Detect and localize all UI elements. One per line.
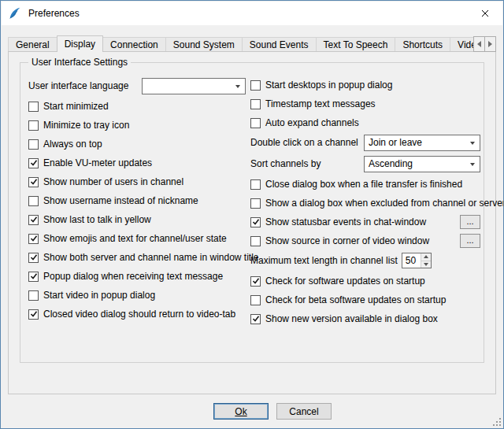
checkbox[interactable] [250,314,261,324]
max-text-spinner[interactable]: 50 [402,253,432,268]
checkbox-show-user-count[interactable]: Show number of users in channel [28,174,246,190]
tab-sound-system[interactable]: Sound System [165,37,243,52]
checkbox-check-beta-updates[interactable]: Check for beta software updates on start… [250,292,480,308]
checkbox-close-on-transfer[interactable]: Close dialog box when a file transfer is… [250,176,480,192]
checkbox-label: Close dialog box when a file transfer is… [265,179,462,190]
checkbox-server-channel-title[interactable]: Show both server and channel name in win… [28,250,246,265]
checkbox-show-username[interactable]: Show username instead of nickname [28,193,246,209]
double-click-select[interactable]: Join or leave [364,135,480,151]
user-interface-settings-group: User Interface Settings User interface l… [20,62,484,363]
checkbox-label: Show emojis and text for channel/user st… [43,233,227,244]
double-click-label: Double click on a channel [250,137,358,148]
checkbox-popup-text-message[interactable]: Popup dialog when receiving text message [28,268,246,284]
spin-up-button[interactable] [421,253,431,261]
checkbox-label: Start video in popup dialog [43,290,155,301]
checkbox-desktops-popup[interactable]: Start desktops in popup dialog [250,77,480,93]
group-title: User Interface Settings [28,57,131,68]
checkbox-always-on-top[interactable]: Always on top [28,136,246,152]
checkbox[interactable] [250,236,261,246]
checkbox[interactable] [250,80,261,91]
close-button[interactable] [467,2,502,25]
checkbox-label: Show username instead of nickname [43,195,198,206]
double-click-row: Double click on a channel Join or leave [250,134,480,151]
check-icon [252,277,260,285]
cancel-button[interactable]: Cancel [276,403,332,420]
checkbox-show-emojis[interactable]: Show emojis and text for channel/user st… [28,231,246,246]
tab-text-to-speech[interactable]: Text To Speech [316,37,396,52]
chevron-down-icon [470,142,475,145]
checkbox[interactable] [28,120,39,131]
checkbox[interactable] [250,295,261,305]
language-label: User interface language [28,80,128,91]
checkbox[interactable] [28,158,39,168]
resize-grip[interactable] [491,416,502,427]
tab-scroll-right-button[interactable] [484,36,496,52]
checkbox[interactable] [250,276,261,287]
video-source-more-button[interactable]: ... [460,234,480,248]
checkbox[interactable] [250,99,261,109]
checkbox-label: Show statusbar events in chat-window [265,216,426,227]
checkbox-label: Start desktops in popup dialog [265,80,392,91]
close-icon [481,9,489,17]
tab-display[interactable]: Display [57,35,103,52]
app-feather-icon [8,6,22,20]
checkbox-label: Always on top [43,139,102,150]
checkbox-excluded-dialog[interactable]: Show a dialog box when excluded from cha… [250,195,480,211]
spinner-buttons [421,253,431,268]
checkbox[interactable] [250,179,261,190]
ok-button[interactable]: Ok [213,403,269,420]
checkbox-label: Auto expand channels [265,117,359,128]
arrow-down-icon [424,263,428,266]
check-icon [30,235,38,242]
checkbox-auto-expand-channels[interactable]: Auto expand channels [250,115,480,131]
checkbox-statusbar-events[interactable]: Show statusbar events in chat-window ... [250,214,480,230]
chevron-down-icon [470,163,475,166]
checkbox[interactable] [28,196,39,206]
checkbox-label: Show a dialog box when excluded from cha… [265,198,504,209]
checkbox-check-updates[interactable]: Check for software updates on startup [250,273,480,289]
checkbox-last-to-talk[interactable]: Show last to talk in yellow [28,212,246,227]
language-select[interactable] [142,78,246,94]
checkbox[interactable] [28,139,39,150]
checkbox[interactable] [28,102,39,112]
checkbox-label: Check for software updates on startup [265,276,425,287]
checkbox-label: Show source in corner of video window [265,235,429,246]
checkbox-label: Check for beta software updates on start… [265,294,446,305]
tab-sound-events[interactable]: Sound Events [242,37,317,52]
checkbox[interactable] [250,198,261,209]
checkbox-closed-video-return[interactable]: Closed video dialog should return to vid… [28,306,246,322]
checkbox-video-popup[interactable]: Start video in popup dialog [28,287,246,303]
checkbox[interactable] [28,177,39,187]
check-icon [30,216,38,224]
checkbox-new-version-dialog[interactable]: Show new version available in dialog box [250,311,480,327]
tab-connection[interactable]: Connection [102,37,166,52]
checkbox-label: Show new version available in dialog box [265,313,438,324]
sort-channels-select[interactable]: Ascending [364,156,480,172]
statusbar-events-more-button[interactable]: ... [460,215,480,229]
checkbox-minimize-to-tray[interactable]: Minimize to tray icon [28,117,246,133]
checkbox-vu-meter-updates[interactable]: Enable VU-meter updates [28,155,246,171]
checkbox[interactable] [28,309,39,320]
checkbox[interactable] [250,217,261,227]
check-icon [252,218,260,226]
max-text-length-label: Maximum text length in channel list [250,255,398,266]
tab-general[interactable]: General [8,37,57,52]
checkbox-label: Closed video dialog should return to vid… [43,309,235,320]
spin-down-button[interactable] [421,261,431,268]
tab-scroll-left-button[interactable] [473,36,485,52]
ok-button-label: Ok [235,406,246,417]
checkbox[interactable] [28,234,39,244]
checkbox[interactable] [28,290,39,301]
checkbox-timestamp-messages[interactable]: Timestamp text messages [250,96,480,112]
checkbox[interactable] [250,118,261,128]
checkbox[interactable] [28,272,39,282]
sort-channels-select-value: Ascending [369,158,413,169]
titlebar[interactable]: Preferences [2,2,502,25]
tab-shortcuts[interactable]: Shortcuts [395,37,450,52]
checkbox[interactable] [28,253,39,263]
double-click-select-value: Join or leave [369,137,422,148]
sort-channels-row: Sort channels by Ascending [250,155,480,172]
checkbox-video-source-corner[interactable]: Show source in corner of video window ..… [250,233,480,249]
checkbox-start-minimized[interactable]: Start minimized [28,98,246,114]
checkbox[interactable] [28,215,39,225]
